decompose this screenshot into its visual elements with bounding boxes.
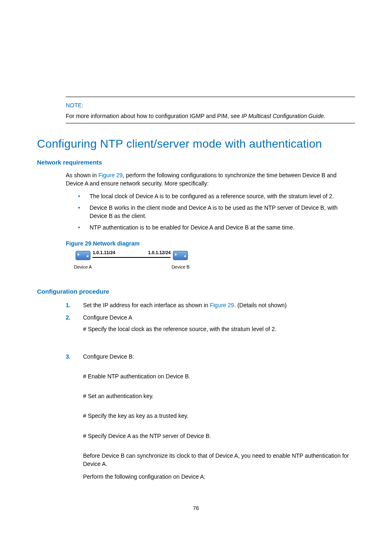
step-text: Configure Device B: <box>83 353 134 360</box>
step-text-suffix: . (Details not shown) <box>234 302 287 308</box>
step-number: 3. <box>66 352 71 361</box>
list-item: The local clock of Device A is to be con… <box>78 192 355 200</box>
step-followup: Before Device B can synchronize its cloc… <box>83 452 355 468</box>
requirements-list: The local clock of Device A is to be con… <box>78 192 355 232</box>
note-text-suffix: . <box>324 113 325 119</box>
step-text: Configure Device A <box>83 314 132 321</box>
configuration-procedure-heading: Configuration procedure <box>37 287 355 296</box>
step-block: # Set an authentication key. <box>83 392 355 400</box>
step-subtext: # Specify the local clock as the referen… <box>83 325 355 333</box>
note-reference-title: IP Multicast Configuration Guide <box>242 113 324 119</box>
device-a-ip: 1.0.1.11/24 <box>92 250 115 256</box>
intro-prefix: As shown in <box>66 172 98 178</box>
step-item: 2. Configure Device A # Specify the loca… <box>66 313 355 334</box>
note-text-prefix: For more information about how to config… <box>66 113 242 119</box>
steps-list: 1. Set the IP address for each interface… <box>66 301 355 481</box>
router-icon <box>76 251 90 260</box>
device-b-label: Device B <box>171 264 189 271</box>
step-block: # Specify the key as key as a trusted ke… <box>83 412 355 420</box>
network-requirements-heading: Network requirements <box>37 158 355 167</box>
step-number: 2. <box>66 313 71 322</box>
network-requirements-intro: As shown in Figure 29, perform the follo… <box>66 171 355 188</box>
device-a-label: Device A <box>74 264 92 271</box>
device-a: Device A <box>74 251 92 271</box>
section-title: Configuring NTP client/server mode with … <box>37 136 355 153</box>
step-followup: Perform the following configuration on D… <box>83 473 355 481</box>
document-page: NOTE: For more information about how to … <box>0 0 392 533</box>
network-diagram: Device A 1.0.1.11/24 1.0.1.12/24 Device … <box>74 251 355 271</box>
step-number: 1. <box>66 301 71 309</box>
note-text: For more information about how to config… <box>66 112 355 120</box>
router-icon <box>173 251 188 260</box>
figure-caption: Figure 29 Network diagram <box>66 239 355 248</box>
list-item: NTP authentication is to be enabled for … <box>78 223 355 232</box>
figure-link[interactable]: Figure 29 <box>98 172 122 178</box>
step-item: 1. Set the IP address for each interface… <box>66 301 355 309</box>
step-text-prefix: Set the IP address for each interface as… <box>83 302 210 308</box>
device-b-ip: 1.0.1.12/24 <box>148 250 171 256</box>
step-block: # Enable NTP authentication on Device B. <box>83 372 355 380</box>
connection-line: 1.0.1.11/24 1.0.1.12/24 <box>92 257 171 258</box>
page-number: 76 <box>0 505 392 512</box>
note-label: NOTE: <box>66 101 355 109</box>
note-box: NOTE: For more information about how to … <box>66 97 355 123</box>
step-block: # Specify Device A as the NTP server of … <box>83 432 355 440</box>
list-item: Device B works in the client mode and De… <box>78 204 355 220</box>
figure-link[interactable]: Figure 29 <box>210 302 234 308</box>
step-item: 3. Configure Device B: # Enable NTP auth… <box>66 352 355 481</box>
device-b: Device B <box>171 251 189 271</box>
